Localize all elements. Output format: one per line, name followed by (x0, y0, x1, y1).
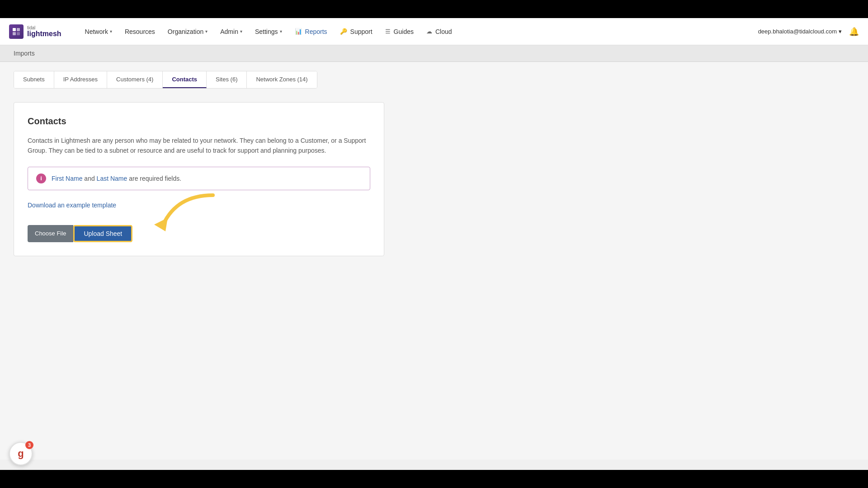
logo[interactable]: tidal lightmesh (9, 24, 61, 39)
chevron-down-icon: ▾ (205, 29, 208, 34)
contacts-section: Contacts Contacts in Lightmesh are any p… (14, 102, 384, 256)
nav-resources[interactable]: Resources (119, 24, 160, 39)
tab-subnets[interactable]: Subnets (14, 71, 54, 88)
nav-guides[interactable]: ☰ Guides (380, 24, 419, 39)
logo-icon (9, 24, 24, 39)
info-icon: i (36, 174, 46, 183)
nav-organization[interactable]: Organization ▾ (162, 24, 213, 39)
annotation-arrow (150, 191, 222, 242)
info-box: i First Name and Last Name are required … (28, 167, 370, 190)
upload-sheet-button[interactable]: Upload Sheet (73, 225, 132, 242)
chevron-down-icon: ▾ (110, 29, 112, 34)
logo-text: tidal lightmesh (27, 26, 61, 38)
section-title: Contacts (28, 116, 370, 127)
chevron-down-icon: ▾ (280, 29, 282, 34)
grader-count: 3 (25, 441, 33, 449)
download-template-link[interactable]: Download an example template (28, 202, 116, 209)
svg-rect-2 (13, 32, 16, 35)
svg-marker-4 (154, 218, 168, 231)
nav-cloud[interactable]: ☁ Cloud (421, 24, 458, 39)
svg-rect-3 (17, 32, 20, 35)
upload-area-wrapper: Choose File Upload Sheet (28, 218, 370, 242)
nav-items: Network ▾ Resources Organization ▾ Admin… (80, 24, 758, 39)
grader-badge[interactable]: g 3 (9, 442, 33, 465)
nav-network[interactable]: Network ▾ (80, 24, 118, 39)
nav-settings[interactable]: Settings ▾ (250, 24, 288, 39)
chevron-down-icon: ▾ (839, 28, 842, 35)
user-email[interactable]: deep.bhalotia@tidalcloud.com ▾ (758, 28, 842, 35)
main-navbar: tidal lightmesh Network ▾ Resources Orga… (0, 18, 868, 45)
tab-contacts[interactable]: Contacts (163, 71, 207, 88)
tab-sites[interactable]: Sites (6) (207, 71, 247, 88)
nav-admin[interactable]: Admin ▾ (215, 24, 248, 39)
file-choose-button[interactable]: Choose File (28, 225, 73, 242)
nav-reports[interactable]: 📊 Reports (289, 24, 333, 39)
tab-network-zones[interactable]: Network Zones (14) (247, 71, 316, 88)
tab-customers[interactable]: Customers (4) (107, 71, 163, 88)
grader-letter: g (18, 448, 24, 460)
nav-support[interactable]: 🔑 Support (335, 24, 378, 39)
info-text: First Name and Last Name are required fi… (52, 175, 181, 182)
main-content: Subnets IP Addresses Customers (4) Conta… (0, 62, 868, 460)
tabs-bar: Subnets IP Addresses Customers (4) Conta… (14, 71, 317, 89)
breadcrumb: Imports (0, 45, 868, 62)
notification-bell-icon[interactable]: 🔔 (849, 27, 859, 37)
section-description: Contacts in Lightmesh are any person who… (28, 136, 370, 156)
svg-rect-1 (17, 28, 20, 31)
svg-rect-0 (13, 28, 16, 31)
chevron-down-icon: ▾ (240, 29, 242, 34)
tab-ip-addresses[interactable]: IP Addresses (54, 71, 107, 88)
navbar-right: deep.bhalotia@tidalcloud.com ▾ 🔔 (758, 27, 859, 37)
upload-area: Choose File Upload Sheet (28, 225, 132, 242)
